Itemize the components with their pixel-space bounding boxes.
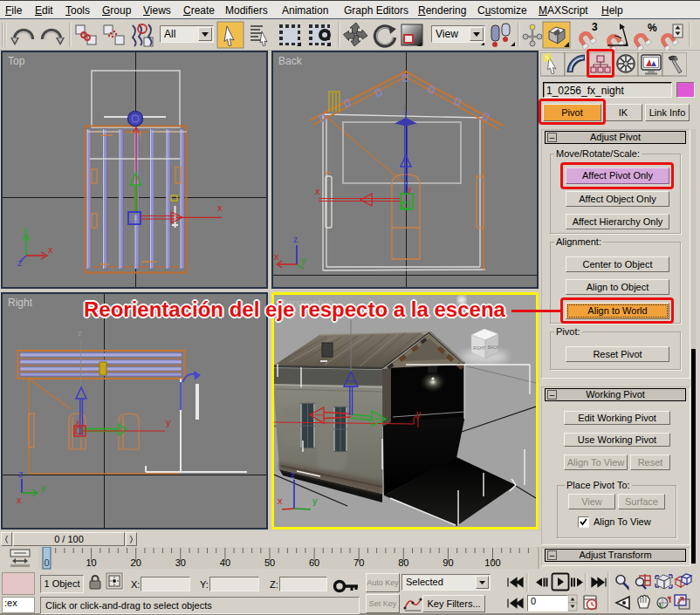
svg-text:y: y — [416, 409, 421, 419]
svg-text:50: 50 — [264, 557, 275, 568]
svg-text:x: x — [278, 495, 283, 506]
svg-text:BACK: BACK — [488, 345, 498, 350]
svg-text:z: z — [18, 468, 24, 479]
svg-text:x: x — [274, 251, 279, 262]
svg-text:z: z — [402, 103, 407, 112]
svg-text:z: z — [17, 257, 23, 268]
svg-text:100: 100 — [484, 557, 500, 568]
svg-text:70: 70 — [353, 557, 364, 568]
svg-text:z: z — [293, 234, 299, 244]
svg-text:z: z — [291, 469, 296, 480]
svg-text:90: 90 — [443, 557, 453, 568]
svg-text:20: 20 — [131, 557, 141, 568]
svg-text:60: 60 — [309, 557, 319, 568]
svg-text:x: x — [48, 244, 53, 255]
svg-text:y: y — [23, 224, 28, 235]
svg-text:y: y — [312, 495, 318, 506]
svg-text:%: % — [648, 22, 657, 34]
svg-text:30: 30 — [175, 557, 186, 568]
svg-text:z: z — [78, 329, 82, 338]
svg-text:40: 40 — [220, 557, 230, 568]
svg-text:10: 10 — [86, 557, 96, 568]
svg-text:y: y — [41, 482, 46, 493]
svg-text:3: 3 — [592, 21, 598, 33]
svg-text:RIGHT: RIGHT — [473, 346, 485, 351]
svg-text:y: y — [408, 185, 412, 194]
svg-text:x: x — [315, 186, 320, 196]
svg-text:x: x — [17, 495, 22, 505]
svg-text:x: x — [217, 202, 223, 213]
svg-text:x: x — [76, 418, 80, 427]
svg-text:0: 0 — [44, 557, 49, 568]
svg-text:80: 80 — [398, 557, 408, 568]
svg-text:y: y — [301, 255, 306, 265]
svg-text:y: y — [166, 417, 171, 427]
